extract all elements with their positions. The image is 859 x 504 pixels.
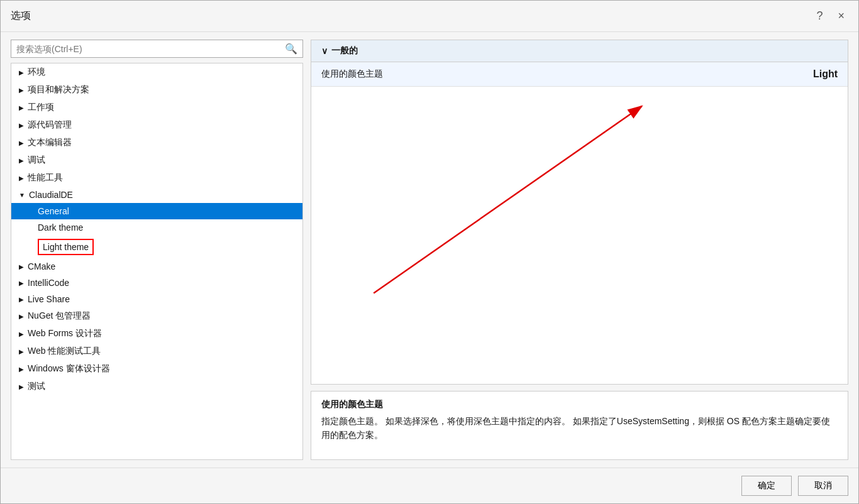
tree-item-dark_theme[interactable]: ▶Dark theme <box>11 219 302 236</box>
right-panel: ∨ 一般的 使用的颜色主题 Light <box>311 40 848 460</box>
options-dialog: 选项 ? × 🔍 ▶环境▶项目和解决方案▶工作项▶源代码管理▶文本编辑器▶调试▶… <box>0 0 859 504</box>
tree-item-label: IntelliCode <box>28 278 69 288</box>
chevron-icon: ▶ <box>19 348 24 355</box>
close-button[interactable]: × <box>834 8 848 24</box>
tree-item-proj[interactable]: ▶项目和解决方案 <box>11 81 302 99</box>
arrow-svg <box>311 40 848 384</box>
tree-item-nuget[interactable]: ▶NuGet 包管理器 <box>11 307 302 325</box>
chevron-icon: ▶ <box>19 157 24 164</box>
search-box: 🔍 <box>11 40 303 58</box>
tree-item-winforms[interactable]: ▶Windows 窗体设计器 <box>11 360 302 378</box>
chevron-icon: ▶ <box>19 263 24 270</box>
tree-item-label: Windows 窗体设计器 <box>28 363 110 375</box>
setting-value: Light <box>813 68 838 80</box>
chevron-icon: ▶ <box>19 140 24 146</box>
tree-item-label: ClaudialDE <box>29 190 73 200</box>
tree-item-claudiaIDE[interactable]: ▼ClaudialDE <box>11 187 302 203</box>
tree-item-webperf[interactable]: ▶Web 性能测试工具 <box>11 342 302 360</box>
tree-item-cmake[interactable]: ▶CMake <box>11 258 302 275</box>
tree-item-label: 源代码管理 <box>28 119 72 131</box>
cancel-button[interactable]: 取消 <box>798 476 848 496</box>
chevron-icon: ▶ <box>19 366 24 373</box>
tree-item-label: 环境 <box>28 67 45 78</box>
tree-item-label: 项目和解决方案 <box>28 84 89 96</box>
tree-item-test[interactable]: ▶测试 <box>11 378 302 395</box>
chevron-icon: ▶ <box>19 87 24 94</box>
tree-item-label: Web 性能测试工具 <box>28 346 101 357</box>
chevron-icon: ▶ <box>19 69 24 76</box>
tree-item-intellicode[interactable]: ▶IntelliCode <box>11 275 302 291</box>
title-bar: 选项 ? × <box>1 1 858 32</box>
expand-icon: ∨ <box>321 46 328 56</box>
title-actions: ? × <box>812 8 848 24</box>
search-icon: 🔍 <box>285 43 297 55</box>
tree-item-webforms[interactable]: ▶Web Forms 设计器 <box>11 325 302 342</box>
tree-item-work[interactable]: ▶工作项 <box>11 99 302 116</box>
setting-label: 使用的颜色主题 <box>321 68 813 80</box>
chevron-icon: ▶ <box>19 122 24 129</box>
description-text: 指定颜色主题。 如果选择深色，将使用深色主题中指定的内容。 如果指定了UseSy… <box>321 414 838 442</box>
chevron-icon: ▶ <box>19 104 24 111</box>
left-panel: 🔍 ▶环境▶项目和解决方案▶工作项▶源代码管理▶文本编辑器▶调试▶性能工具▼Cl… <box>11 40 303 460</box>
tree-item-debug[interactable]: ▶调试 <box>11 151 302 169</box>
tree-item-light_theme[interactable]: ▶Light theme <box>11 236 302 258</box>
tree-container[interactable]: ▶环境▶项目和解决方案▶工作项▶源代码管理▶文本编辑器▶调试▶性能工具▼Clau… <box>11 63 303 460</box>
tree-item-label: Web Forms 设计器 <box>28 328 102 339</box>
settings-header: ∨ 一般的 <box>311 40 848 62</box>
description-title: 使用的颜色主题 <box>321 399 838 410</box>
tree-item-label: Live Share <box>28 294 70 304</box>
section-title: 一般的 <box>331 45 358 57</box>
dialog-body: 🔍 ▶环境▶项目和解决方案▶工作项▶源代码管理▶文本编辑器▶调试▶性能工具▼Cl… <box>1 32 858 468</box>
svg-line-1 <box>374 106 642 293</box>
tree-item-label: 性能工具 <box>28 172 63 184</box>
ok-button[interactable]: 确定 <box>741 476 792 496</box>
tree-item-perf[interactable]: ▶性能工具 <box>11 169 302 187</box>
dialog-title: 选项 <box>11 9 31 23</box>
settings-panel: ∨ 一般的 使用的颜色主题 Light <box>311 40 848 385</box>
tree-item-src[interactable]: ▶源代码管理 <box>11 116 302 134</box>
settings-row: 使用的颜色主题 Light <box>311 62 848 87</box>
tree-item-label: 工作项 <box>28 102 54 113</box>
chevron-icon: ▶ <box>19 383 24 390</box>
tree-item-label: Dark theme <box>38 222 83 233</box>
tree-item-label: 文本编辑器 <box>28 137 72 148</box>
search-input[interactable] <box>16 44 281 54</box>
chevron-icon: ▼ <box>19 192 25 199</box>
tree-item-env[interactable]: ▶环境 <box>11 63 302 81</box>
dialog-footer: 确定 取消 <box>1 468 858 503</box>
chevron-icon: ▶ <box>19 331 24 337</box>
tree-item-editor[interactable]: ▶文本编辑器 <box>11 134 302 151</box>
tree-item-general[interactable]: ▶General <box>11 203 302 219</box>
help-button[interactable]: ? <box>812 8 826 24</box>
chevron-icon: ▶ <box>19 175 24 182</box>
tree-item-label: 测试 <box>28 381 45 392</box>
chevron-icon: ▶ <box>19 296 24 303</box>
chevron-icon: ▶ <box>19 280 24 287</box>
tree-item-liveshare[interactable]: ▶Live Share <box>11 291 302 307</box>
chevron-icon: ▶ <box>19 313 24 320</box>
tree-item-label: NuGet 包管理器 <box>28 310 91 322</box>
tree-item-label: CMake <box>28 261 55 271</box>
tree-item-label: General <box>38 206 69 216</box>
description-panel: 使用的颜色主题 指定颜色主题。 如果选择深色，将使用深色主题中指定的内容。 如果… <box>311 391 848 460</box>
tree-item-label: Light theme <box>38 239 94 255</box>
tree-item-label: 调试 <box>28 155 45 166</box>
